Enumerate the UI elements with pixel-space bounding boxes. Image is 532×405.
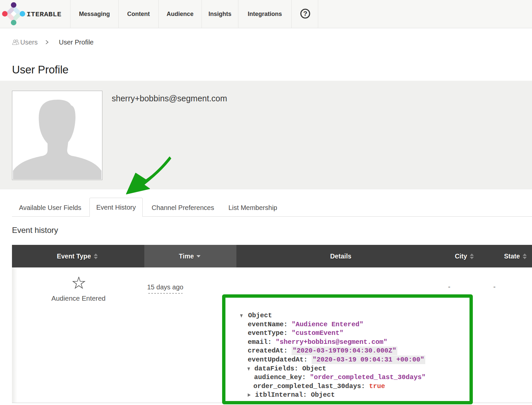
- svg-text:ITERABLE: ITERABLE: [27, 11, 62, 18]
- svg-text:?: ?: [303, 10, 308, 17]
